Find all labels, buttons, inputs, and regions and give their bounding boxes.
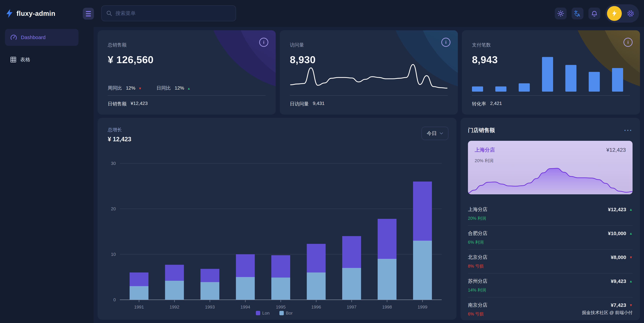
growth-title: 总增长 <box>108 127 131 133</box>
info-icon[interactable]: i <box>624 38 632 47</box>
svg-text:1994: 1994 <box>240 304 250 309</box>
sidebar-item-dashboard[interactable]: Dashboard <box>5 29 78 46</box>
avatar[interactable] <box>607 6 622 21</box>
svg-text:1999: 1999 <box>418 304 427 309</box>
store-row[interactable]: 苏州分店¥9,423▲ 14% 利润 <box>468 273 632 297</box>
stat-card-total-sales: i 总销售额 ¥ 126,560 周同比12%▼ 日同比12%▲ 日销售额¥12… <box>98 30 276 115</box>
stat-footer: 日销售额¥12,423 <box>108 101 148 107</box>
stat-value: ¥ 126,560 <box>108 54 154 66</box>
trend-icon: ▼ <box>138 87 142 90</box>
store-panel-title: 门店销售额 <box>468 127 495 134</box>
info-icon[interactable]: i <box>441 38 450 47</box>
second-row: 总增长 ¥ 12,423 今日 010203019911992199319941… <box>98 118 640 320</box>
svg-text:Lon: Lon <box>262 310 270 315</box>
svg-text:1997: 1997 <box>347 304 356 309</box>
store-panel-header: 门店销售额 ··· <box>468 118 632 134</box>
settings-gear-icon[interactable] <box>626 10 634 18</box>
featured-store-name: 上海分店 <box>475 147 495 153</box>
svg-text:1998: 1998 <box>382 304 392 309</box>
featured-store-profit: 20% 利润 <box>475 158 626 164</box>
more-icon[interactable]: ··· <box>624 129 632 132</box>
sidebar-nav: Dashboard 表格 <box>0 29 94 68</box>
svg-text:20: 20 <box>111 206 116 211</box>
divider <box>472 95 630 96</box>
stat-title: 支付笔数 <box>472 42 491 48</box>
dashboard-gauge-icon <box>10 34 17 41</box>
trend-icon: ▼ <box>629 303 632 307</box>
translate-icon: 文 A <box>574 10 581 17</box>
footer-credit: 掘金技术社区 @ 前端小付 <box>582 310 632 315</box>
trend-icon: ▲ <box>187 87 190 90</box>
store-list: 上海分店¥12,423▲ 20% 利润 合肥分店¥10,000▲ 6% 利润 北… <box>468 202 632 321</box>
search-input[interactable] <box>116 11 231 16</box>
sidebar: Dashboard 表格 <box>0 27 94 323</box>
user-pill[interactable] <box>605 5 639 23</box>
svg-text:1995: 1995 <box>276 304 286 309</box>
sidebar-item-label: Dashboard <box>21 35 46 40</box>
stat-metrics: 周同比12%▼ 日同比12%▲ <box>108 85 190 91</box>
svg-text:A: A <box>577 13 580 17</box>
sun-icon <box>557 10 564 17</box>
bell-icon <box>591 10 598 17</box>
topbar-actions: 文 A <box>555 0 639 27</box>
main-content: i 总销售额 ¥ 126,560 周同比12%▼ 日同比12%▲ 日销售额¥12… <box>94 27 644 323</box>
metric-day: 日同比12%▲ <box>156 85 190 91</box>
stats-row: i 总销售额 ¥ 126,560 周同比12%▼ 日同比12%▲ 日销售额¥12… <box>98 30 640 115</box>
logo[interactable]: fluxy-admin <box>6 0 56 27</box>
trend-icon: ▲ <box>629 208 632 211</box>
table-grid-icon <box>10 57 16 63</box>
trend-icon: ▲ <box>629 232 632 235</box>
featured-store-value: ¥12,423 <box>606 147 626 153</box>
avatar-lightning-icon <box>612 10 617 17</box>
svg-text:30: 30 <box>111 161 116 166</box>
store-row[interactable]: 合肥分店¥10,000▲ 6% 利润 <box>468 226 632 250</box>
logo-lightning-icon <box>6 9 14 18</box>
growth-chart-card: 总增长 ¥ 12,423 今日 010203019911992199319941… <box>98 118 456 320</box>
featured-store-area-chart <box>468 164 632 194</box>
language-button[interactable]: 文 A <box>572 8 584 19</box>
stat-title: 总销售额 <box>108 42 126 48</box>
growth-value: ¥ 12,423 <box>108 136 131 143</box>
store-row[interactable]: 北京分店¥8,000▼ 8% 亏损 <box>468 250 632 273</box>
stat-footer: 转化率2,421 <box>472 101 502 107</box>
divider <box>290 95 448 96</box>
svg-text:Bor: Bor <box>286 310 293 315</box>
trend-icon: ▼ <box>629 256 632 259</box>
notifications-button[interactable] <box>588 8 600 19</box>
stat-card-payments: i 支付笔数 8,943 转化率2,421 <box>462 30 640 115</box>
sidebar-item-table[interactable]: 表格 <box>5 51 78 68</box>
chevron-down-icon <box>440 132 443 135</box>
stat-card-visits: i 访问量 8,930 日访问量9,431 <box>280 30 458 115</box>
divider <box>108 95 266 96</box>
growth-chart-header: 总增长 ¥ 12,423 今日 <box>98 118 456 143</box>
date-range-dropdown[interactable]: 今日 <box>422 127 448 140</box>
svg-text:1991: 1991 <box>134 304 144 309</box>
svg-text:1993: 1993 <box>205 304 215 309</box>
trend-icon: ▲ <box>629 279 632 283</box>
info-icon[interactable]: i <box>259 38 268 47</box>
metric-week: 周同比12%▼ <box>108 85 142 91</box>
growth-stacked-bar-chart: 0102030199119921993199419951996199719981… <box>108 154 443 315</box>
sidebar-item-label: 表格 <box>20 56 30 63</box>
search-icon <box>106 11 112 16</box>
svg-text:0: 0 <box>114 297 116 302</box>
menu-toggle-button[interactable] <box>83 8 94 20</box>
store-sales-panel: 门店销售额 ··· 上海分店 ¥12,423 20% 利润 上海分店¥12,42… <box>460 118 640 320</box>
visits-sparkline-chart <box>290 61 448 92</box>
svg-text:1996: 1996 <box>312 304 321 309</box>
payments-sparkbar-chart <box>472 54 623 92</box>
svg-text:1992: 1992 <box>170 304 180 309</box>
stat-title: 访问量 <box>290 42 304 48</box>
hamburger-icon <box>86 11 91 12</box>
brand-name: fluxy-admin <box>16 10 56 17</box>
store-row[interactable]: 南京分店¥7,423▼ 6% 亏损 <box>468 297 632 321</box>
featured-store-card[interactable]: 上海分店 ¥12,423 20% 利润 <box>468 141 632 194</box>
svg-text:10: 10 <box>111 252 116 257</box>
search-box[interactable] <box>101 6 236 21</box>
store-row[interactable]: 上海分店¥12,423▲ 20% 利润 <box>468 202 632 226</box>
theme-toggle-button[interactable] <box>555 8 566 19</box>
topbar: fluxy-admin 文 A <box>0 0 644 27</box>
stat-footer: 日访问量9,431 <box>290 101 324 107</box>
